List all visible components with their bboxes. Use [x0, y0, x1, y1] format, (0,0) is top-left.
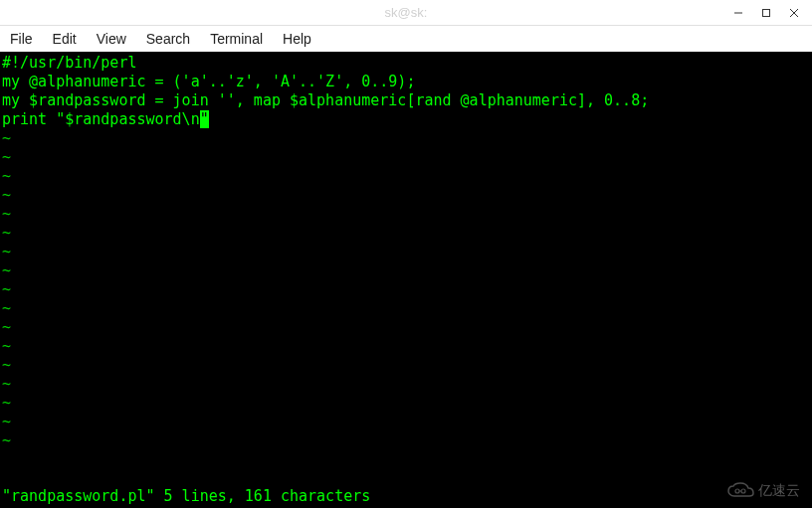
maximize-button[interactable]: [752, 3, 780, 23]
empty-line-tilde: ~: [2, 431, 810, 450]
code-line: #!/usr/bin/perl: [2, 54, 810, 73]
svg-rect-1: [763, 9, 770, 16]
cloud-icon: [726, 482, 754, 500]
vim-status-line: "randpassword.pl" 5 lines, 161 character…: [2, 487, 370, 506]
empty-line-tilde: ~: [2, 375, 810, 394]
empty-line-tilde: ~: [2, 186, 810, 205]
empty-line-tilde: ~: [2, 243, 810, 261]
empty-line-tilde: ~: [2, 205, 810, 224]
menu-file[interactable]: File: [4, 28, 43, 50]
menu-edit[interactable]: Edit: [43, 28, 87, 50]
empty-line-tilde: ~: [2, 224, 810, 243]
close-button[interactable]: [780, 3, 808, 23]
close-icon: [789, 8, 799, 18]
svg-point-4: [735, 489, 739, 493]
terminal-area[interactable]: #!/usr/bin/perl my @alphanumeric = ('a'.…: [0, 52, 812, 508]
menu-search[interactable]: Search: [136, 28, 200, 50]
minimize-icon: [733, 8, 743, 18]
empty-line-tilde: ~: [2, 167, 810, 186]
empty-line-tilde: ~: [2, 148, 810, 167]
menu-terminal[interactable]: Terminal: [200, 28, 273, 50]
empty-line-tilde: ~: [2, 337, 810, 356]
menu-help[interactable]: Help: [273, 28, 321, 50]
code-line: print "$randpassword\n": [2, 110, 810, 129]
cursor: ": [200, 110, 209, 128]
empty-line-tilde: ~: [2, 413, 810, 431]
tilde-lines: ~~~~~~~~~~~~~~~~~: [2, 129, 810, 450]
svg-point-5: [741, 489, 745, 493]
window-controls: [724, 0, 808, 25]
empty-line-tilde: ~: [2, 356, 810, 375]
empty-line-tilde: ~: [2, 318, 810, 337]
empty-line-tilde: ~: [2, 129, 810, 148]
empty-line-tilde: ~: [2, 394, 810, 413]
empty-line-tilde: ~: [2, 299, 810, 318]
minimize-button[interactable]: [724, 3, 752, 23]
window-title: sk@sk:: [385, 5, 428, 20]
menubar: File Edit View Search Terminal Help: [0, 26, 812, 52]
empty-line-tilde: ~: [2, 280, 810, 299]
titlebar: sk@sk:: [0, 0, 812, 26]
code-line: my $randpassword = join '', map $alphanu…: [2, 91, 810, 110]
watermark-text: 亿速云: [758, 481, 800, 500]
code-line: my @alphanumeric = ('a'..'z', 'A'..'Z', …: [2, 73, 810, 91]
maximize-icon: [761, 8, 771, 18]
menu-view[interactable]: View: [87, 28, 136, 50]
code-text: print "$randpassword\n: [2, 110, 200, 128]
empty-line-tilde: ~: [2, 261, 810, 280]
watermark: 亿速云: [726, 481, 800, 500]
